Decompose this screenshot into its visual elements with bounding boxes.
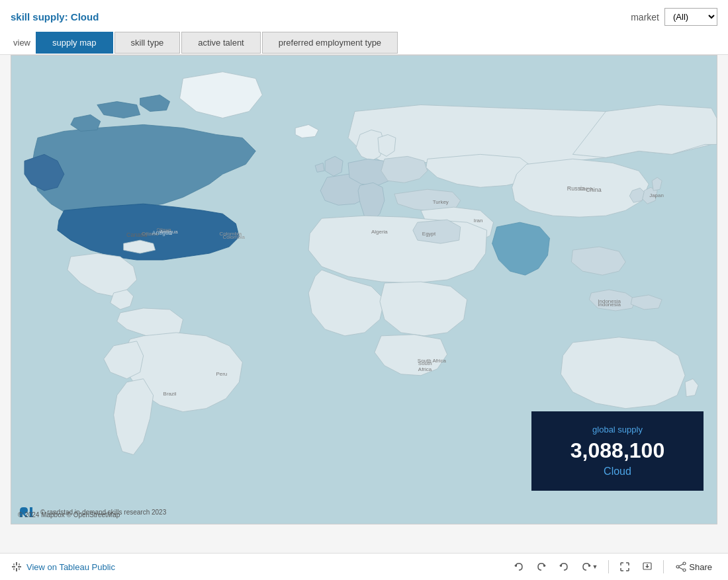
svg-text:Peru: Peru: [216, 371, 227, 377]
view-label: view: [11, 31, 33, 54]
download-button[interactable]: [638, 559, 657, 575]
download-icon: [642, 561, 653, 572]
svg-text:Antigua: Antigua: [152, 229, 172, 236]
map-container: Canada Ottawa Ottawa Russia China China …: [11, 55, 717, 524]
skill-supply-prefix: skill supply:: [11, 11, 71, 22]
svg-rect-30: [19, 568, 20, 570]
market-select[interactable]: (All): [664, 8, 717, 26]
svg-text:Japan: Japan: [649, 192, 664, 198]
global-supply-label: global supply: [551, 425, 684, 435]
redo-button[interactable]: [532, 559, 551, 575]
undo-button[interactable]: [510, 559, 528, 575]
header: skill supply: Cloud market (All): [0, 0, 728, 31]
share-button[interactable]: Share: [670, 559, 717, 575]
svg-line-41: [679, 564, 683, 566]
svg-rect-28: [13, 568, 15, 570]
skill-supply-value: Cloud: [71, 11, 99, 22]
footer-bar: View on Tableau Public ▼: [0, 553, 728, 580]
svg-marker-37: [645, 566, 649, 568]
mapbox-attribution: © 2024 Mapbox © OpenStreetMap: [18, 502, 120, 518]
tab-preferred-employment-type[interactable]: preferred employment type: [262, 32, 398, 54]
back-button[interactable]: [555, 559, 573, 575]
tab-active-talent[interactable]: active talent: [181, 32, 260, 54]
svg-text:South: South: [418, 360, 432, 366]
svg-text:Africa: Africa: [418, 366, 432, 372]
svg-text:Egypt: Egypt: [422, 231, 436, 237]
footer-divider-1: [608, 560, 609, 573]
back-icon: [559, 561, 569, 572]
svg-rect-23: [16, 562, 17, 565]
global-supply-skill: Cloud: [551, 466, 684, 477]
footer-divider-2: [663, 560, 664, 573]
forward-button[interactable]: ▼: [577, 559, 602, 575]
svg-text:China: China: [586, 186, 601, 193]
svg-rect-25: [12, 566, 15, 567]
svg-point-39: [676, 565, 679, 568]
share-label: Share: [689, 562, 712, 572]
fullscreen-icon: [619, 561, 630, 572]
share-icon: [676, 561, 686, 572]
footer-controls: ▼ Share: [510, 559, 717, 575]
tabs-bar: view supply map skill type active talent…: [0, 31, 728, 55]
svg-text:Brazil: Brazil: [163, 391, 177, 397]
svg-rect-29: [19, 563, 20, 565]
svg-text:Iran: Iran: [474, 218, 483, 224]
undo-icon: [514, 561, 524, 572]
global-supply-box: global supply 3,088,100 Cloud: [531, 411, 704, 491]
svg-point-40: [683, 569, 686, 571]
tableau-public-link[interactable]: View on Tableau Public: [11, 561, 115, 573]
tableau-icon: [11, 561, 23, 573]
svg-line-42: [679, 567, 683, 569]
skill-supply-title: skill supply: Cloud: [11, 11, 99, 22]
redo-icon: [536, 561, 547, 572]
svg-rect-26: [18, 566, 21, 567]
svg-rect-24: [16, 568, 17, 571]
fullscreen-button[interactable]: [615, 559, 634, 575]
svg-text:Turkey: Turkey: [433, 199, 449, 205]
tab-supply-map[interactable]: supply map: [36, 32, 113, 54]
tab-skill-type[interactable]: skill type: [114, 32, 181, 54]
market-control: market (All): [631, 8, 717, 26]
svg-rect-27: [13, 563, 15, 565]
global-supply-number: 3,088,100: [551, 438, 684, 463]
tableau-link-label: View on Tableau Public: [26, 562, 115, 572]
svg-point-38: [683, 562, 686, 565]
market-label: market: [631, 12, 659, 22]
svg-text:Indonesia: Indonesia: [598, 302, 621, 308]
forward-icon: [581, 561, 592, 572]
svg-text:Algeria: Algeria: [371, 229, 388, 235]
svg-text:Colombia: Colombia: [222, 234, 245, 240]
